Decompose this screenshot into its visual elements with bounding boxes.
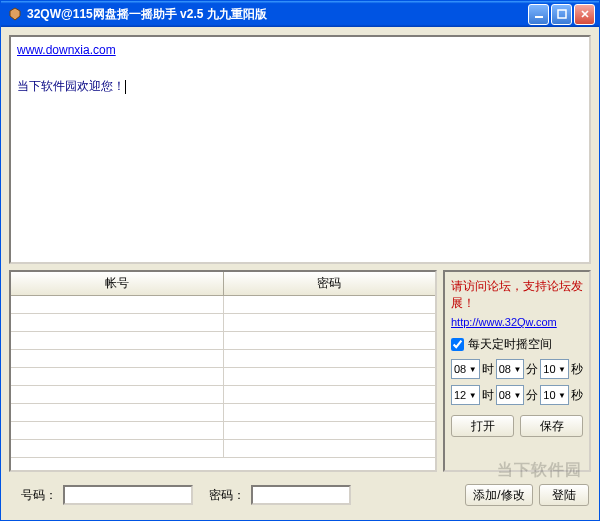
minimize-button[interactable] xyxy=(528,4,549,25)
message-area[interactable]: www.downxia.com 当下软件园欢迎您！ xyxy=(9,35,591,264)
col-header-account[interactable]: 帐号 xyxy=(11,272,224,295)
col-header-password[interactable]: 密码 xyxy=(224,272,436,295)
svg-rect-1 xyxy=(558,10,566,18)
password-input[interactable] xyxy=(251,485,351,505)
password-label: 密码： xyxy=(209,487,245,504)
forum-message: 请访问论坛，支持论坛发展！ xyxy=(451,278,583,312)
add-modify-button[interactable]: 添加/修改 xyxy=(465,484,533,506)
grid-body[interactable] xyxy=(11,296,435,470)
daily-shake-label: 每天定时摇空间 xyxy=(468,336,552,353)
time-row-1: 08▼ 时 08▼ 分 10▼ 秒 xyxy=(451,359,583,379)
client-area: www.downxia.com 当下软件园欢迎您！ 帐号 密码 xyxy=(1,27,599,520)
maximize-button[interactable] xyxy=(551,4,572,25)
table-row xyxy=(11,422,435,440)
number-input[interactable] xyxy=(63,485,193,505)
sec-label: 秒 xyxy=(571,387,583,404)
open-button[interactable]: 打开 xyxy=(451,415,514,437)
welcome-message: 当下软件园欢迎您！ xyxy=(17,79,125,93)
table-row xyxy=(11,440,435,458)
main-window: 32QW@115网盘摇一摇助手 v2.5 九九重阳版 www.downxia.c… xyxy=(0,0,600,521)
chevron-down-icon: ▼ xyxy=(513,391,521,400)
table-row xyxy=(11,368,435,386)
min-label: 分 xyxy=(526,361,538,378)
table-row xyxy=(11,314,435,332)
accounts-grid[interactable]: 帐号 密码 xyxy=(9,270,437,472)
daily-shake-row[interactable]: 每天定时摇空间 xyxy=(451,336,583,353)
save-button[interactable]: 保存 xyxy=(520,415,583,437)
table-row xyxy=(11,296,435,314)
downxia-link[interactable]: www.downxia.com xyxy=(17,43,116,57)
time2-min-select[interactable]: 08▼ xyxy=(496,385,525,405)
chevron-down-icon: ▼ xyxy=(558,365,566,374)
time1-hour-select[interactable]: 08▼ xyxy=(451,359,480,379)
daily-shake-checkbox[interactable] xyxy=(451,338,464,351)
time2-hour-select[interactable]: 12▼ xyxy=(451,385,480,405)
titlebar[interactable]: 32QW@115网盘摇一摇助手 v2.5 九九重阳版 xyxy=(1,1,599,27)
table-row xyxy=(11,404,435,422)
settings-panel: 请访问论坛，支持论坛发展！ http://www.32Qw.com 每天定时摇空… xyxy=(443,270,591,472)
time2-sec-select[interactable]: 10▼ xyxy=(540,385,569,405)
table-row xyxy=(11,350,435,368)
chevron-down-icon: ▼ xyxy=(469,391,477,400)
chevron-down-icon: ▼ xyxy=(558,391,566,400)
chevron-down-icon: ▼ xyxy=(513,365,521,374)
min-label: 分 xyxy=(526,387,538,404)
login-button[interactable]: 登陆 xyxy=(539,484,589,506)
svg-rect-0 xyxy=(535,16,543,18)
close-button[interactable] xyxy=(574,4,595,25)
chevron-down-icon: ▼ xyxy=(469,365,477,374)
time1-min-select[interactable]: 08▼ xyxy=(496,359,525,379)
app-icon xyxy=(7,6,23,22)
table-row xyxy=(11,332,435,350)
hour-label: 时 xyxy=(482,361,494,378)
table-row xyxy=(11,386,435,404)
sec-label: 秒 xyxy=(571,361,583,378)
forum-link[interactable]: http://www.32Qw.com xyxy=(451,316,583,328)
number-label: 号码： xyxy=(21,487,57,504)
window-title: 32QW@115网盘摇一摇助手 v2.5 九九重阳版 xyxy=(27,6,528,23)
time-row-2: 12▼ 时 08▼ 分 10▼ 秒 xyxy=(451,385,583,405)
bottom-bar: 号码： 密码： 添加/修改 登陆 xyxy=(9,478,591,512)
time1-sec-select[interactable]: 10▼ xyxy=(540,359,569,379)
hour-label: 时 xyxy=(482,387,494,404)
